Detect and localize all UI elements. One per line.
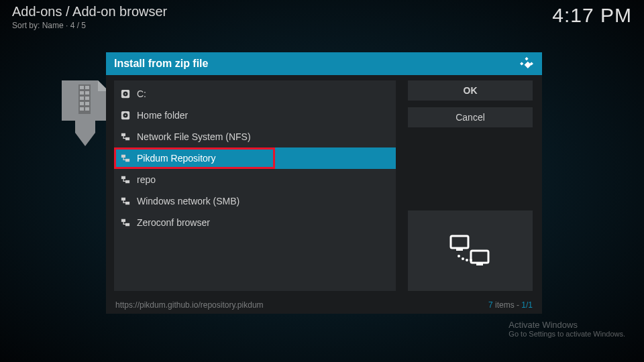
svg-rect-4 [85,91,89,95]
kodi-logo-icon [519,56,534,71]
source-row[interactable]: Network File System (NFS) [114,126,396,147]
source-label: Windows network (SMB) [137,196,239,206]
svg-rect-10 [85,107,89,111]
svg-rect-36 [123,202,126,203]
clock: 4:17 PM [552,4,632,27]
source-row[interactable]: Windows network (SMB) [114,190,396,212]
svg-rect-40 [123,224,126,225]
svg-rect-5 [80,97,84,100]
dialog-side-panel: OK Cancel [396,75,542,296]
svg-rect-9 [80,107,84,111]
svg-point-46 [462,257,464,260]
source-row[interactable]: C: [114,83,396,105]
svg-rect-24 [123,138,126,139]
svg-rect-33 [121,198,125,200]
svg-rect-22 [125,137,129,140]
file-source-list[interactable]: C:Home folderNetwork File System (NFS)Pi… [114,80,396,291]
svg-rect-11 [525,57,528,60]
cancel-button[interactable]: Cancel [408,107,533,127]
svg-rect-32 [123,181,126,182]
svg-rect-26 [125,159,129,162]
source-label: Network File System (NFS) [137,131,251,142]
dialog-title: Install from zip file [114,58,208,70]
svg-rect-6 [85,97,89,100]
svg-point-17 [125,93,126,95]
source-row[interactable]: Pikdum Repository [114,147,396,169]
svg-rect-42 [456,249,463,251]
svg-rect-25 [121,155,125,158]
network-icon [121,175,130,184]
source-label: repo [137,174,156,185]
svg-point-20 [125,115,126,116]
footer-item-count: 7 items - 1/1 [488,300,533,310]
drive-icon [121,89,130,99]
svg-point-48 [470,259,472,261]
footer-url: https://pikdum.github.io/repository.pikd… [115,300,264,310]
svg-rect-37 [121,219,125,222]
network-icon [121,132,130,141]
svg-rect-38 [125,223,129,226]
breadcrumb: Add-ons / Add-on browser [12,4,167,19]
svg-rect-2 [85,86,89,89]
svg-rect-28 [123,160,126,160]
network-icon [121,196,130,206]
source-row[interactable]: Home folder [114,105,396,126]
sort-line: Sort by: Name · 4 / 5 [12,21,167,30]
svg-rect-29 [121,176,125,179]
svg-rect-7 [80,102,84,105]
dialog-title-bar: Install from zip file [106,52,542,75]
svg-rect-43 [471,251,488,263]
ok-button[interactable]: OK [408,80,533,101]
network-icon [121,154,130,163]
svg-rect-44 [476,263,483,265]
source-label: C: [137,88,146,99]
drive-icon [121,111,130,120]
source-label: Home folder [137,110,188,121]
svg-point-47 [466,259,468,261]
source-label: Zeroconf browser [137,217,210,228]
svg-rect-3 [80,91,84,95]
source-row[interactable]: repo [114,169,396,190]
install-zip-dialog: Install from zip file C:Home folderNetwo… [106,52,542,314]
preview-thumbnail [408,210,533,291]
source-label: Pikdum Repository [137,153,216,164]
svg-rect-8 [85,102,89,105]
svg-rect-41 [451,236,468,248]
svg-rect-1 [80,86,84,89]
zip-graphic [62,80,109,147]
svg-rect-12 [520,62,523,65]
network-icon [121,218,130,227]
svg-point-45 [458,255,460,257]
svg-rect-34 [125,202,129,204]
source-row[interactable]: Zeroconf browser [114,212,396,233]
windows-activation-watermark: Activate Windows Go to Settings to activ… [508,320,625,338]
svg-rect-13 [525,62,531,68]
svg-rect-21 [121,133,125,136]
svg-rect-30 [125,180,129,183]
